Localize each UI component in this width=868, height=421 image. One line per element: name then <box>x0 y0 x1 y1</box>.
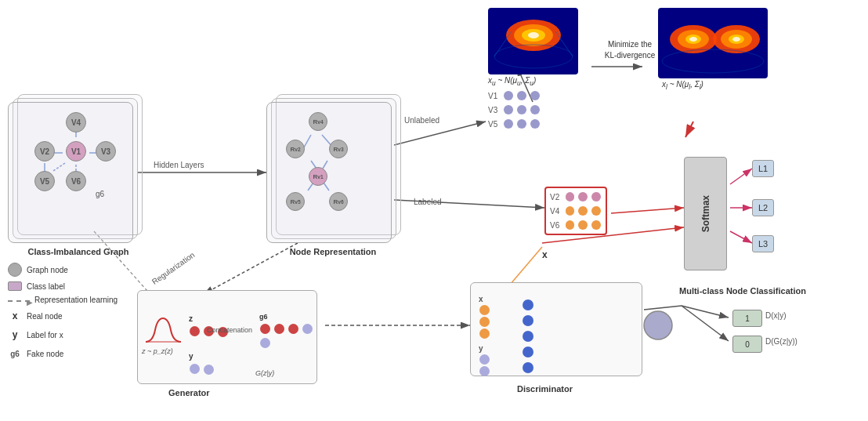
diagram: V4 V2 V1 V3 V5 V6 g6 Class-Imbalanced Gr… <box>0 0 868 421</box>
node-v5: V5 <box>34 171 55 191</box>
svg-point-18 <box>644 311 672 339</box>
gen-output-group: g6 <box>259 313 316 350</box>
legend-class-label: Class label <box>8 281 172 291</box>
repr-rv3: Rv3 <box>329 140 348 158</box>
hidden-layers-label: Hidden Layers <box>154 161 204 169</box>
dist-unlabeled <box>488 8 578 74</box>
minimize-label: Minimize theKL-divergence <box>599 39 661 61</box>
discriminator-label: Discriminator <box>517 384 573 394</box>
x-label: x <box>542 249 548 260</box>
dist-labeled <box>658 8 768 78</box>
disc-x-group: x <box>479 295 490 339</box>
svg-line-17 <box>682 306 729 341</box>
gen-output-label: G(z|y) <box>255 369 274 377</box>
svg-point-56 <box>662 49 764 73</box>
svg-line-2 <box>394 122 486 145</box>
discriminator-box: x y <box>470 282 642 376</box>
legend-label-x: y Label for x <box>8 328 172 342</box>
softmax-box: Softmax <box>684 157 727 270</box>
node-v3: V3 <box>96 141 116 162</box>
labeled-nodes-box: V2 V4 V6 <box>544 187 607 235</box>
svg-line-6 <box>730 169 752 184</box>
node-v1: V1 <box>66 141 86 162</box>
repr-rv1: Rv1 <box>309 167 327 186</box>
repr-rv2: Rv2 <box>286 140 305 158</box>
labeled-label: Labeled <box>414 198 442 206</box>
d-output-0: 0 <box>732 336 762 353</box>
svg-point-51 <box>689 37 697 42</box>
legend-fake-node: g6 Fake node <box>8 347 172 361</box>
repr-rv5: Rv5 <box>286 192 305 211</box>
node-v2: V2 <box>34 141 55 162</box>
svg-point-44 <box>528 32 539 38</box>
repr-rv4: Rv4 <box>309 112 327 131</box>
d-output-1: 1 <box>732 310 762 327</box>
gen-y-group: y <box>189 352 215 377</box>
output-l1: L1 <box>752 160 774 177</box>
svg-line-15 <box>644 306 682 310</box>
svg-line-8 <box>730 231 752 243</box>
node-v4: V4 <box>66 112 86 132</box>
svg-point-55 <box>732 37 740 42</box>
dist-unlabeled-formula: xu ~ N(μu, Σu) <box>488 76 536 87</box>
d-output-1-label: D(x|y) <box>765 311 786 320</box>
svg-line-47 <box>555 31 573 56</box>
output-l3: L3 <box>752 235 774 252</box>
concat-label: Concatenation <box>207 326 252 334</box>
node-v6: V6 <box>66 171 86 191</box>
repr-rv6: Rv6 <box>329 192 348 211</box>
disc-y-group: y <box>479 344 490 377</box>
svg-line-22 <box>685 122 693 137</box>
g6-label: g6 <box>96 190 104 198</box>
output-l2: L2 <box>752 199 774 216</box>
legend-real-node: x Real node <box>8 309 172 323</box>
generator-label: Generator <box>168 388 210 397</box>
noderepr-main-box <box>266 102 392 243</box>
disc-hidden <box>522 299 534 374</box>
legend: Graph node Class label ▶ Representation … <box>8 263 172 365</box>
legend-repr-learning: ▶ Representation learning <box>8 296 172 304</box>
d-output-0-label: D(G(z|y)) <box>765 337 797 346</box>
legend-graph-node: Graph node <box>8 263 172 277</box>
class-imbalanced-graph-label: Class-Imbalanced Graph <box>20 247 137 256</box>
node-repr-label: Node Representation <box>270 247 396 256</box>
classification-label: Multi-class Node Classification <box>664 286 821 296</box>
svg-line-4 <box>611 208 684 213</box>
unlabeled-nodes-group: V1 V3 V5 <box>488 90 547 129</box>
dist-labeled-formula: xl ~ N(μl, Σl) <box>662 80 703 91</box>
unlabeled-label: Unlabeled <box>404 116 439 125</box>
svg-line-46 <box>494 31 512 56</box>
svg-line-16 <box>682 306 729 318</box>
